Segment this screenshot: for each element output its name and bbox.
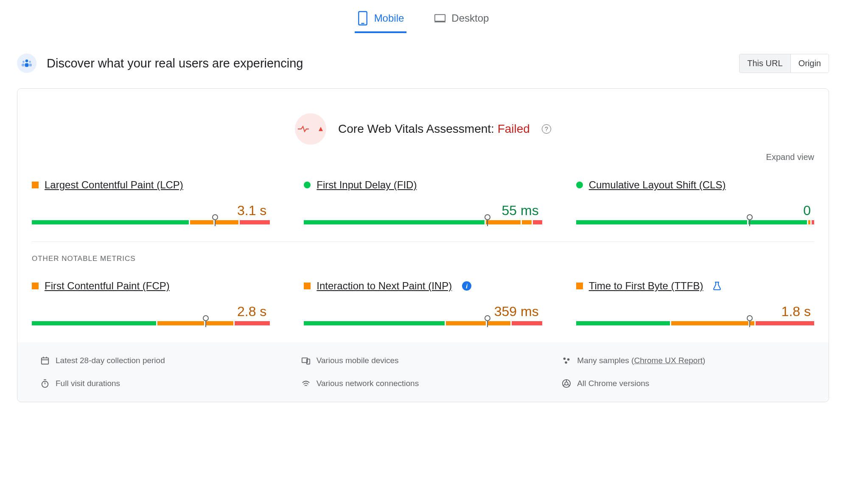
metric-inp: Interaction to Next Paint (INP)i 359 ms [304, 280, 542, 325]
footer-info: Latest 28-day collection period Various … [17, 342, 829, 402]
status-indicator [304, 283, 311, 289]
help-icon[interactable]: ? [542, 124, 551, 134]
footer-connections: Various network connections [301, 376, 545, 391]
pulse-icon [295, 113, 326, 145]
distribution-bar [304, 321, 542, 325]
device-tabs: Mobile Desktop [17, 0, 829, 33]
other-metrics-label: OTHER NOTABLE METRICS [17, 242, 829, 263]
svg-point-18 [563, 358, 566, 360]
metric-ttfb: Time to First Byte (TTFB) 1.8 s [576, 280, 814, 325]
metric-cls: Cumulative Layout Shift (CLS) 0 [576, 179, 814, 224]
status-indicator [304, 182, 311, 188]
scope-toggle: This URL Origin [739, 54, 829, 73]
metric-value: 55 ms [304, 203, 542, 218]
flask-icon [713, 282, 721, 290]
svg-point-4 [25, 59, 28, 62]
percentile-marker [212, 214, 218, 220]
footer-durations: Full visit durations [40, 376, 284, 391]
status-indicator [32, 182, 39, 188]
tab-desktop-label: Desktop [451, 12, 489, 24]
samples-icon [562, 356, 571, 365]
svg-rect-8 [22, 64, 25, 67]
metric-fcp: First Contentful Paint (FCP) 2.8 s [32, 280, 270, 325]
metric-value: 0 [576, 203, 814, 218]
svg-point-21 [42, 381, 48, 388]
core-vitals-row: Largest Contentful Paint (LCP) 3.1 s Fir… [17, 162, 829, 241]
toggle-origin[interactable]: Origin [790, 54, 829, 73]
status-indicator [32, 283, 39, 289]
metric-value: 1.8 s [576, 304, 814, 319]
svg-marker-10 [319, 127, 323, 131]
desktop-icon [434, 11, 445, 25]
percentile-marker [747, 214, 753, 220]
expand-view-link[interactable]: Expand view [17, 145, 829, 162]
svg-point-20 [565, 361, 568, 364]
metric-name-link[interactable]: First Input Delay (FID) [317, 179, 417, 191]
percentile-marker [485, 315, 490, 321]
percentile-marker [203, 315, 209, 321]
footer-devices: Various mobile devices [301, 353, 545, 368]
network-icon [301, 379, 311, 388]
metric-name-link[interactable]: Interaction to Next Paint (INP) [317, 280, 452, 292]
calendar-icon [40, 356, 50, 365]
vitals-card: Core Web Vitals Assessment: Failed ? Exp… [17, 88, 829, 402]
metric-value: 3.1 s [32, 203, 270, 218]
status-indicator [576, 283, 583, 289]
metric-lcp: Largest Contentful Paint (LCP) 3.1 s [32, 179, 270, 224]
crux-report-link[interactable]: Chrome UX Report [634, 356, 703, 365]
svg-rect-9 [29, 64, 32, 67]
metric-name-link[interactable]: First Contentful Paint (FCP) [45, 280, 170, 292]
svg-rect-2 [435, 14, 445, 21]
users-icon [17, 53, 36, 73]
page-title: Discover what your real users are experi… [47, 56, 303, 70]
status-indicator [576, 182, 583, 188]
svg-rect-12 [42, 358, 49, 364]
footer-versions: All Chrome versions [562, 376, 806, 391]
assessment-row: Core Web Vitals Assessment: Failed ? [17, 89, 829, 145]
info-icon[interactable]: i [462, 281, 471, 291]
other-metrics-row: First Contentful Paint (FCP) 2.8 s Inter… [17, 263, 829, 342]
chrome-icon [562, 379, 571, 388]
stopwatch-icon [40, 379, 50, 388]
metric-name-link[interactable]: Time to First Byte (TTFB) [589, 280, 703, 292]
footer-period: Latest 28-day collection period [40, 353, 284, 368]
distribution-bar [576, 220, 814, 224]
percentile-marker [747, 315, 753, 321]
distribution-bar [32, 220, 270, 224]
mobile-icon [357, 11, 368, 25]
tab-mobile[interactable]: Mobile [355, 8, 407, 33]
metric-name-link[interactable]: Cumulative Layout Shift (CLS) [589, 179, 726, 191]
assessment-status: Failed [498, 122, 530, 135]
tab-desktop[interactable]: Desktop [432, 8, 491, 33]
tab-mobile-label: Mobile [374, 12, 404, 24]
svg-line-27 [568, 384, 570, 386]
percentile-marker [485, 214, 490, 220]
metric-value: 359 ms [304, 304, 542, 319]
distribution-bar [576, 321, 814, 325]
metric-value: 2.8 s [32, 304, 270, 319]
distribution-bar [304, 220, 542, 224]
svg-point-5 [22, 61, 25, 63]
assessment-text: Core Web Vitals Assessment: Failed [338, 122, 530, 136]
svg-rect-7 [25, 63, 29, 67]
devices-icon [301, 356, 311, 365]
header: Discover what your real users are experi… [17, 53, 829, 73]
svg-line-28 [563, 384, 566, 386]
metric-fid: First Input Delay (FID) 55 ms [304, 179, 542, 224]
metric-name-link[interactable]: Largest Contentful Paint (LCP) [45, 179, 183, 191]
svg-point-6 [29, 61, 31, 63]
toggle-this-url[interactable]: This URL [740, 54, 790, 73]
footer-samples: Many samples (Chrome UX Report) [562, 353, 806, 368]
distribution-bar [32, 321, 270, 325]
svg-point-19 [567, 358, 570, 361]
